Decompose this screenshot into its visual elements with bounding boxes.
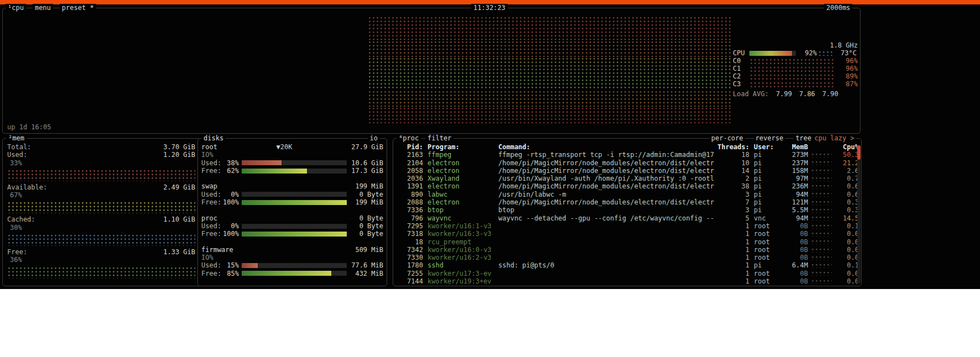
disk-free-meter bbox=[242, 232, 347, 237]
core-label: C1 bbox=[733, 65, 746, 72]
process-row[interactable]: 18rcu_preempt1root0B0.0 bbox=[397, 238, 859, 246]
process-row[interactable]: 7144kworker/u19:3+ev1root0B0.0 bbox=[397, 277, 859, 285]
process-row[interactable]: 7336btopbtop3pi5.5M0.3 bbox=[397, 206, 859, 214]
proc-filter-button[interactable]: filter bbox=[425, 134, 453, 142]
column-header-pid[interactable]: Pid: bbox=[397, 143, 423, 151]
core-usage-graph bbox=[749, 66, 835, 72]
header-tab-menu[interactable]: menu bbox=[33, 4, 53, 12]
process-row[interactable]: 2058electron/home/pi/MagicMirror/node_mo… bbox=[397, 167, 859, 175]
disk-free-meter-fill bbox=[242, 200, 347, 205]
mem-stat-label: Cached: bbox=[7, 216, 35, 223]
header-tab-preset[interactable]: preset * bbox=[60, 4, 96, 12]
disk-used-meter bbox=[242, 263, 347, 268]
process-threads: 2 bbox=[714, 175, 749, 182]
process-cpu: 14.5 bbox=[833, 214, 859, 222]
disk-header-row[interactable]: swap199 MiB bbox=[201, 182, 383, 190]
load-average-value: 7.90 bbox=[822, 90, 838, 98]
header-tab-cpu[interactable]: ¹cpu bbox=[6, 4, 26, 12]
process-table-header: Pid: Program: Command: Threads: User: Me… bbox=[397, 143, 859, 151]
column-header-program[interactable]: Program: bbox=[428, 143, 494, 151]
process-mem-graph bbox=[811, 232, 832, 237]
disk-used-label: Used: bbox=[201, 222, 222, 230]
proc-option-percore[interactable]: per-core bbox=[710, 134, 745, 142]
process-pid: 18 bbox=[397, 238, 423, 246]
process-row[interactable]: 7330kworker/u16:2-v31root0B0.0 bbox=[397, 254, 859, 261]
process-cpu: 0.0 bbox=[833, 246, 859, 254]
proc-scrollbar[interactable] bbox=[857, 145, 861, 284]
disk-free-label: Free: bbox=[201, 230, 222, 238]
process-mem-graph-cell bbox=[808, 271, 833, 276]
core-usage-graph bbox=[749, 74, 835, 80]
process-name: electron bbox=[428, 182, 494, 190]
process-mem: 0B bbox=[783, 230, 808, 238]
process-threads: 1 bbox=[714, 230, 749, 238]
proc-scrollbar-thumb[interactable] bbox=[857, 145, 861, 160]
cpu-side-panel: 1.8 GHz CPU 92% 73°C C096%C196%C289%C387… bbox=[733, 41, 858, 98]
process-user: vnc bbox=[754, 214, 783, 222]
proc-option-tree[interactable]: tree bbox=[794, 134, 813, 142]
disk-name: swap bbox=[201, 182, 217, 190]
process-pid: 7318 bbox=[397, 230, 423, 238]
process-threads: 3 bbox=[714, 191, 749, 198]
process-mem-graph bbox=[811, 160, 832, 165]
disk-io-label: IO% bbox=[201, 151, 383, 159]
disk-header-row[interactable]: firmware509 MiB bbox=[201, 246, 383, 254]
disk-used-meter-fill bbox=[242, 263, 258, 268]
column-header-user[interactable]: User: bbox=[754, 143, 783, 151]
process-row[interactable]: 890labwc/usr/bin/labwc -m3pi94M0.6 bbox=[397, 191, 859, 198]
process-row[interactable]: 2088electron/home/pi/MagicMirror/node_mo… bbox=[397, 198, 859, 206]
proc-box: ⁴proc filter per-corereversetree < cpu l… bbox=[393, 138, 862, 286]
process-cpu: 0.1 bbox=[833, 222, 859, 230]
process-pid: 7144 bbox=[397, 277, 423, 285]
disk-used-percent: 0% bbox=[222, 191, 239, 198]
process-command: /usr/bin/labwc -m bbox=[498, 191, 714, 198]
process-row[interactable]: 2036Xwayland/usr/bin/Xwayland -auth /hom… bbox=[397, 175, 859, 182]
column-header-threads[interactable]: Threads: bbox=[714, 143, 749, 151]
process-name: kworker/u16:1-v3 bbox=[428, 222, 494, 230]
process-mem: 121M bbox=[783, 198, 808, 206]
mem-stat-row: Free:1.33 GiB bbox=[7, 248, 195, 256]
proc-option-reverse[interactable]: reverse bbox=[754, 134, 785, 142]
process-row[interactable]: 7342kworker/u16:0-v31root0B0.0 bbox=[397, 246, 859, 254]
process-row[interactable]: 7295kworker/u16:1-v31root0B0.1 bbox=[397, 222, 859, 230]
header-tabs: ¹cpumenupreset * bbox=[6, 4, 96, 12]
cpu-summary-label: CPU bbox=[733, 49, 749, 57]
process-command: /home/pi/MagicMirror/node_modules/electr… bbox=[498, 182, 714, 190]
disk-free-label: Free: bbox=[201, 270, 222, 277]
process-mem-graph bbox=[811, 200, 832, 205]
proc-box-title[interactable]: ⁴proc bbox=[397, 134, 421, 142]
process-pid: 7342 bbox=[397, 246, 423, 254]
cpu-usage-graph-band bbox=[368, 16, 733, 40]
process-row[interactable]: 7255kworker/u17:3-ev1root0B0.0 bbox=[397, 270, 859, 277]
cpu-box: up 1d 16:05 1.8 GHz CPU 92% 73°C C096%C1… bbox=[2, 8, 861, 134]
mem-box-title[interactable]: ²mem bbox=[6, 134, 27, 142]
process-row[interactable]: 1391electron/home/pi/MagicMirror/node_mo… bbox=[397, 182, 859, 190]
disks-io-button[interactable]: io bbox=[368, 134, 380, 142]
disk-header-row[interactable]: proc0 Byte bbox=[201, 214, 383, 222]
column-header-command[interactable]: Command: bbox=[498, 143, 714, 151]
column-header-mem[interactable]: MemB bbox=[783, 143, 808, 151]
process-mem: 97M bbox=[783, 175, 808, 182]
mem-stat-graph bbox=[7, 169, 195, 181]
process-name: kworker/u17:3-ev bbox=[428, 270, 494, 277]
process-row[interactable]: 7318kworker/u16:3-v31root0B0.0 bbox=[397, 230, 859, 238]
disk-gap bbox=[201, 238, 383, 246]
refresh-interval[interactable]: 2000ms bbox=[824, 4, 852, 12]
clock: 11:32:23 bbox=[471, 4, 508, 12]
mem-stat-graph bbox=[7, 266, 195, 279]
disk-free-row: Free:62%17.3 GiB bbox=[201, 167, 383, 175]
process-row[interactable]: 2104electron/home/pi/MagicMirror/node_mo… bbox=[397, 159, 859, 167]
process-row[interactable]: 2163ffmpegffmpeg -rtsp_transport tcp -i … bbox=[397, 151, 859, 159]
disk-used-row: Used:38%10.6 GiB bbox=[201, 159, 383, 167]
disk-header-row[interactable]: root▼20K27.9 GiB bbox=[201, 143, 383, 151]
process-mem-graph-cell bbox=[808, 232, 833, 237]
process-mem-graph-cell bbox=[808, 184, 833, 189]
process-cpu: 0.6 bbox=[833, 191, 859, 198]
process-name: kworker/u16:0-v3 bbox=[428, 246, 494, 254]
process-mem-graph-cell bbox=[808, 248, 833, 253]
process-cpu: 50.3 bbox=[833, 151, 859, 159]
process-row[interactable]: 1780sshdsshd: pi@pts/01pi6.4M0.1 bbox=[397, 261, 859, 269]
column-header-cpu[interactable]: Cpu% bbox=[833, 143, 859, 151]
process-row[interactable]: 796wayvncwayvnc --detached --gpu --confi… bbox=[397, 214, 859, 222]
process-user: pi bbox=[754, 159, 783, 167]
